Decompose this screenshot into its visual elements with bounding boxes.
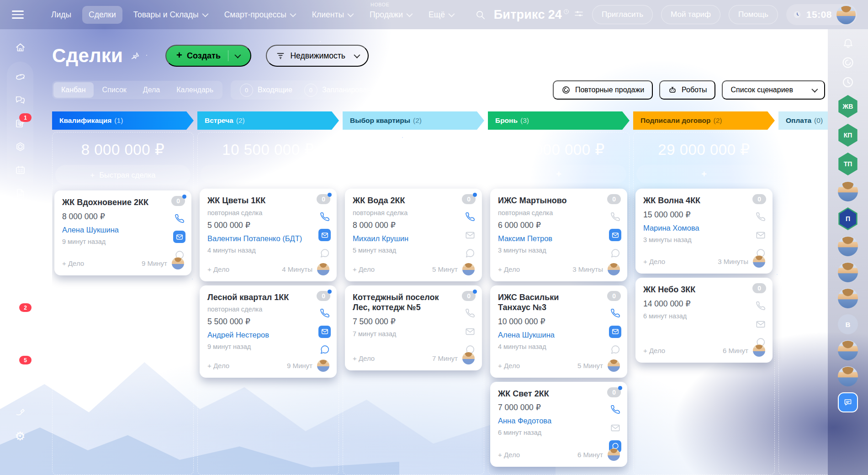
add-activity-button[interactable]: + Дело [643,347,665,354]
phone-icon[interactable] [173,212,185,225]
deal-title[interactable]: ЖК Цветы 1КК [207,195,311,206]
deal-card[interactable]: 0 ЖК Небо 3КК 14 000 000 ₽ 6 минут назад… [635,278,773,363]
responsible-avatar[interactable] [608,263,620,275]
user-hexagon-tp[interactable]: ТП [837,153,858,175]
invite-button[interactable]: Пригласить [592,5,653,24]
responsible-avatar[interactable] [753,255,765,268]
deal-contact-link[interactable]: Алена Шукшина [498,331,602,339]
sidebar-item-settings[interactable]: ⚙ [7,424,33,448]
counter-planned[interactable]: 0 Запланированные [304,84,384,97]
create-deal-button[interactable]: + Создать [165,45,251,67]
sidebar-item-processes[interactable]: 5 [7,354,33,378]
responsible-avatar[interactable] [172,257,184,269]
sidebar-item-calendar[interactable] [7,158,33,182]
history-clock-icon[interactable] [841,75,855,89]
deal-card[interactable]: 0 ЖК Волна 4КК 15 000 000 ₽ Марина Хомов… [635,189,773,274]
phone-icon[interactable] [754,211,767,223]
responsible-avatar[interactable] [462,352,475,364]
search-icon[interactable] [475,10,486,20]
tab-activities[interactable]: Дела [135,82,168,98]
phone-icon[interactable] [609,211,621,223]
phone-icon[interactable] [318,307,331,320]
add-activity-button[interactable]: + Дело [643,258,665,265]
nav-leads[interactable]: Лиды [45,6,78,24]
deal-card[interactable]: 0 Коттеджный поселок Лес, коттедж №5 7 5… [345,285,482,370]
add-deal-button[interactable]: + [491,165,626,183]
add-deal-button[interactable]: + [636,165,772,183]
responsible-avatar[interactable] [462,263,475,275]
chat-widget-icon[interactable] [838,392,858,412]
tab-kanban[interactable]: Канбан [53,82,94,98]
deal-contact-link[interactable]: Валентин Потапенко (БДТ) [207,234,311,243]
scenarios-button[interactable]: Список сценариев [722,80,825,100]
phone-icon[interactable] [464,307,476,320]
nav-sales[interactable]: НОВОЕПродажи [363,6,418,24]
user-avatar[interactable] [838,262,858,282]
deal-card[interactable]: 0 ЖК Вода 2КК повторная сделка 8 000 000… [345,189,482,281]
column-header[interactable]: Выбор квартиры (2) [343,111,484,130]
user-avatar[interactable] [838,288,858,308]
mail-icon[interactable] [464,229,476,241]
robots-button[interactable]: Роботы [659,80,715,100]
nav-products[interactable]: Товары и Склады [127,6,213,24]
mail-icon[interactable] [173,231,185,243]
nav-smart-processes[interactable]: Смарт-процессы [218,6,301,24]
clear-search-icon[interactable] [615,52,623,59]
add-deal-button[interactable]: + [346,165,481,183]
column-header[interactable]: Квалификация (1) [52,111,194,130]
user-hexagon-kp[interactable]: КП [837,124,858,147]
counter-incoming[interactable]: 0 Входящие [240,84,292,97]
sidebar-item-feed[interactable]: 1 [7,112,33,135]
add-activity-button[interactable]: + Дело [498,362,520,369]
phone-icon[interactable] [754,300,767,312]
deal-card[interactable]: 0 ЖК Цветы 1КК повторная сделка 5 000 00… [200,189,337,281]
deal-title[interactable]: ИЖС Мартыново [498,195,602,206]
responsible-avatar[interactable] [317,263,329,275]
user-avatar[interactable] [838,366,858,386]
deal-title[interactable]: ЖК Вода 2КК [353,195,456,206]
mail-icon[interactable] [318,326,331,338]
column-header[interactable]: Встреча (2) [197,111,339,130]
remove-filter-icon[interactable] [456,53,462,59]
phone-icon[interactable] [609,307,621,320]
sidebar-item-documents[interactable] [7,182,33,205]
chat-icon[interactable] [609,247,621,259]
board-settings-button[interactable]: ⚙ [804,45,825,66]
sidebar-item-crm[interactable] [5,327,35,353]
user-avatar[interactable] [838,236,858,256]
tab-calendar[interactable]: Календарь [169,82,221,98]
add-deal-button[interactable]: + [201,165,336,183]
deal-title[interactable]: ЖК Волна 4КК [643,195,747,206]
nav-deals[interactable]: Сделки [82,6,122,24]
sidebar-item-sites[interactable] [7,135,33,158]
column-header[interactable]: Подписали договор (2) [633,111,775,130]
my-plan-button[interactable]: Мой тариф [661,5,720,24]
deal-contact-link[interactable]: Андрей Нестеров [207,331,311,339]
phone-icon[interactable] [318,211,331,223]
user-circle-v[interactable]: В [838,314,858,334]
responsible-avatar[interactable] [608,359,620,372]
deal-contact-link[interactable]: Михаил Крушин [353,234,456,243]
notifications-bell-icon[interactable] [842,37,854,50]
user-avatar[interactable] [836,5,856,24]
deal-title[interactable]: ЖК Свет 2КК [498,389,602,399]
chat-icon[interactable] [318,344,331,356]
sidebar-item-messenger[interactable] [7,89,33,112]
chat-icon[interactable] [318,247,331,259]
deal-title[interactable]: Лесной квартал 1КК [207,292,311,303]
sidebar-item-home[interactable] [7,36,33,59]
sidebar-item-sign[interactable] [7,401,33,424]
pin-icon[interactable] [129,50,141,62]
sidebar-item-people[interactable] [7,275,33,298]
filter-chip[interactable]: Сделки в работе [385,47,469,65]
column-header[interactable]: Оплата (0) [778,111,828,130]
repeat-sales-button[interactable]: Повторные продажи [553,80,653,100]
counter-more[interactable]: 0 Ещё [396,84,442,97]
deal-title[interactable]: ИЖС Васильки Танхаус №3 [498,292,602,313]
deal-contact-link[interactable]: Марина Хомова [643,224,747,232]
add-activity-button[interactable]: + Дело [207,362,229,369]
deal-title[interactable]: ЖК Вдохновение 2КК [62,197,166,208]
search-filter-bar[interactable]: Сделки в работе + поиск [383,45,630,67]
mail-icon[interactable] [318,229,331,241]
deal-card[interactable]: 0 ИЖС Васильки Танхаус №3 10 000 000 ₽ А… [490,285,627,378]
